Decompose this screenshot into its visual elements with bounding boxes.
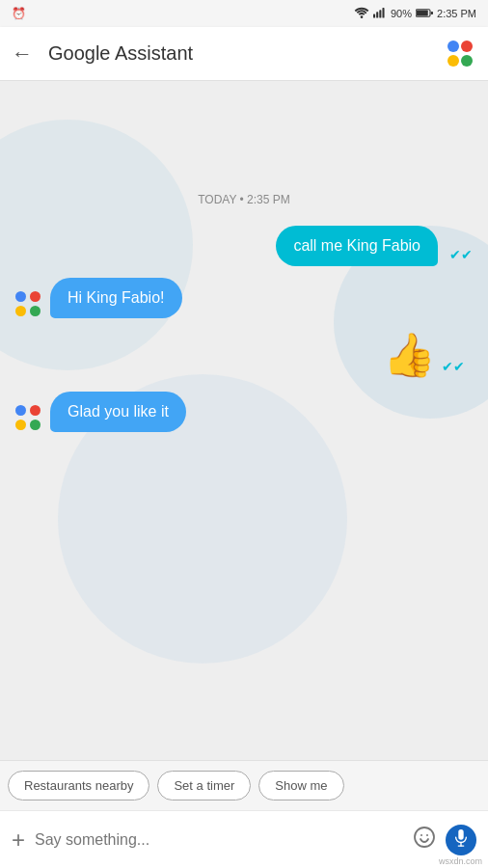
avatar-dot-green-2: [30, 420, 41, 430]
avatar-dot-yellow-2: [15, 420, 26, 430]
svg-point-0: [361, 15, 364, 18]
battery-icon: [416, 8, 433, 20]
chip-timer[interactable]: Set a timer: [157, 771, 251, 800]
time: 2:35 PM: [437, 8, 476, 19]
battery-percentage: 90%: [391, 8, 412, 19]
svg-rect-3: [379, 10, 381, 17]
message-row-received-1: Hi King Fabio!: [15, 278, 473, 318]
emoji-thumbsup: 👍: [383, 330, 436, 380]
double-check-2: ✔✔: [442, 359, 465, 374]
sent-bubble-1: call me King Fabio: [276, 226, 438, 266]
signal-icon: [373, 7, 387, 20]
status-icons: 90% 2:35 PM: [354, 7, 476, 20]
avatar-dot-green: [30, 306, 41, 316]
message-row-received-2: Glad you like it: [15, 392, 473, 432]
google-assistant-icon: [446, 39, 476, 69]
svg-rect-11: [458, 829, 463, 840]
input-bar: +: [0, 810, 488, 868]
emoji-row: 👍 ✔✔: [15, 330, 473, 380]
status-bar-left: ⏰: [12, 7, 26, 20]
emoji-button[interactable]: [413, 826, 436, 854]
back-button[interactable]: ←: [12, 41, 33, 67]
svg-rect-1: [373, 14, 375, 17]
received-text-1: Hi King Fabio!: [68, 289, 165, 306]
alarm-icon: ⏰: [12, 7, 26, 20]
avatar-dot-blue: [15, 291, 26, 302]
status-bar: ⏰ 90% 2:35 PM: [0, 0, 488, 27]
mic-icon: [453, 829, 469, 851]
sent-text-1: call me King Fabio: [293, 237, 420, 254]
avatar-dot-red-2: [30, 405, 41, 416]
chat-area: TODAY • 2:35 PM call me King Fabio ✔✔ Hi…: [0, 81, 488, 760]
avatar-dot-blue-2: [15, 405, 26, 416]
svg-point-10: [426, 834, 428, 836]
ga-dot-red: [461, 41, 473, 52]
received-bubble-1: Hi King Fabio!: [50, 278, 182, 318]
avatar-dot-red: [30, 291, 41, 302]
assistant-avatar-2: [15, 405, 42, 432]
received-bubble-2: Glad you like it: [50, 392, 186, 432]
message-row-sent-1: call me King Fabio ✔✔: [15, 226, 473, 266]
app-bar: ← Google Assistant: [0, 27, 488, 81]
add-attachment-button[interactable]: +: [12, 827, 25, 854]
chip-show-me[interactable]: Show me: [258, 771, 343, 800]
svg-point-8: [415, 827, 434, 847]
ga-dot-yellow: [447, 55, 459, 67]
svg-rect-2: [376, 12, 378, 17]
ga-dot-green: [461, 55, 473, 67]
timestamp: TODAY • 2:35 PM: [15, 193, 473, 206]
double-check-1: ✔✔: [449, 247, 473, 262]
mic-button[interactable]: [446, 825, 476, 855]
message-input[interactable]: [35, 831, 403, 849]
app-title: Google Assistant: [48, 42, 430, 65]
ga-dot-blue: [447, 41, 459, 52]
svg-rect-4: [382, 8, 384, 18]
avatar-dot-yellow: [15, 306, 26, 316]
svg-rect-6: [417, 10, 428, 15]
chat-content: TODAY • 2:35 PM call me King Fabio ✔✔ Hi…: [15, 96, 473, 432]
wifi-icon: [354, 7, 369, 20]
svg-rect-7: [431, 12, 433, 14]
suggestions-bar: Restaurants nearby Set a timer Show me: [0, 760, 488, 810]
chip-restaurants[interactable]: Restaurants nearby: [8, 771, 149, 800]
received-text-2: Glad you like it: [68, 403, 169, 420]
watermark: wsxdn.com: [439, 856, 482, 866]
svg-point-9: [420, 834, 422, 836]
assistant-avatar-1: [15, 291, 42, 318]
